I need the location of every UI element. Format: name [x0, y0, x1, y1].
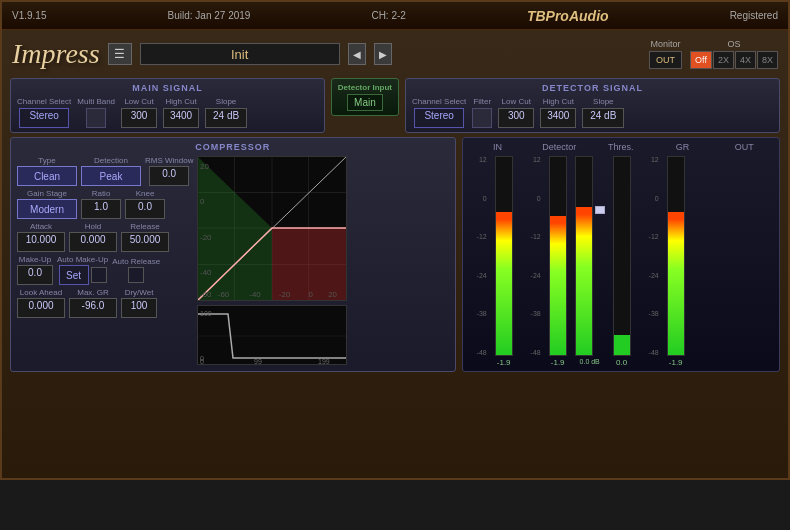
rms-window-value[interactable]: 0.0	[149, 166, 189, 186]
top-bar: V1.9.15 Build: Jan 27 2019 CH: 2-2 TBPro…	[2, 2, 788, 30]
brand-text: TBProAudio	[527, 8, 609, 24]
envelope-graph[interactable]: 100 0 0 99 199	[197, 305, 347, 365]
det-lowcut-group: Low Cut 300	[498, 97, 534, 128]
svg-text:20: 20	[329, 290, 338, 299]
svg-text:-40: -40	[200, 268, 212, 277]
main-slope-group: Slope 24 dB	[205, 97, 247, 128]
monitor-button[interactable]: OUT	[649, 51, 682, 69]
main-lowcut-label: Low Cut	[124, 97, 153, 106]
build-text: Build: Jan 27 2019	[168, 10, 251, 21]
meter-out: -1.9	[661, 156, 691, 367]
auto-makeup-controls: Set	[59, 265, 107, 285]
main-lowcut-value[interactable]: 300	[121, 108, 157, 128]
svg-text:-20: -20	[200, 233, 212, 242]
max-gr-value[interactable]: -96.0	[69, 298, 117, 318]
attack-label: Attack	[30, 222, 52, 231]
makeup-row: Make-Up 0.0 Auto Make-Up Set	[17, 255, 193, 285]
dry-wet-value[interactable]: 100	[121, 298, 157, 318]
svg-rect-19	[198, 306, 347, 365]
os-4x-button[interactable]: 4X	[735, 51, 756, 69]
hold-group: Hold 0.000	[69, 222, 117, 252]
meter-thres-group: 0.0 dB	[575, 156, 605, 365]
meter-out-fill	[668, 212, 684, 355]
det-lowcut-value[interactable]: 300	[498, 108, 534, 128]
main-highcut-value[interactable]: 3400	[163, 108, 199, 128]
release-group: Release 50.000	[121, 222, 169, 252]
det-channel-select[interactable]: Stereo	[414, 108, 464, 128]
next-preset-button[interactable]: ▶	[374, 43, 392, 65]
lookahead-label: Look Ahead	[20, 288, 62, 297]
prev-preset-button[interactable]: ◀	[348, 43, 366, 65]
knee-value[interactable]: 0.0	[125, 199, 165, 219]
main-signal-title: MAIN SIGNAL	[17, 83, 318, 93]
gain-stage-button[interactable]: Modern	[17, 199, 77, 219]
type-button[interactable]: Clean	[17, 166, 77, 186]
hold-value[interactable]: 0.000	[69, 232, 117, 252]
menu-button[interactable]: ☰	[108, 43, 132, 65]
preset-name: Init	[140, 43, 340, 65]
os-2x-button[interactable]: 2X	[713, 51, 734, 69]
det-slope-value[interactable]: 24 dB	[582, 108, 624, 128]
os-off-button[interactable]: Off	[690, 51, 712, 69]
detection-group: Detection Peak	[81, 156, 141, 186]
meter-in-visual	[495, 156, 513, 356]
thres-slider-thumb[interactable]	[595, 206, 605, 214]
type-label: Type	[38, 156, 55, 165]
main-multiband-group: Multi Band	[77, 97, 115, 128]
ratio-label: Ratio	[92, 189, 111, 198]
auto-release-checkbox[interactable]	[128, 267, 144, 283]
status-text: Registered	[730, 10, 778, 21]
compressor-section: COMPRESSOR Type Clean Detection Pe	[10, 137, 456, 372]
detection-button[interactable]: Peak	[81, 166, 141, 186]
meter-gr-fill	[614, 335, 630, 355]
os-8x-button[interactable]: 8X	[757, 51, 778, 69]
lookahead-group: Look Ahead 0.000	[17, 288, 65, 318]
svg-text:0: 0	[200, 197, 205, 206]
main-slope-value[interactable]: 24 dB	[205, 108, 247, 128]
makeup-group: Make-Up 0.0	[17, 255, 53, 285]
det-highcut-value[interactable]: 3400	[540, 108, 576, 128]
svg-text:-20: -20	[279, 290, 291, 299]
ratio-value[interactable]: 1.0	[81, 199, 121, 219]
lookahead-value[interactable]: 0.000	[17, 298, 65, 318]
attack-hold-release-row: Attack 10.000 Hold 0.000 Release 50.000	[17, 222, 193, 252]
compressor-row: COMPRESSOR Type Clean Detection Pe	[10, 137, 780, 372]
knee-group: Knee 0.0	[125, 189, 165, 219]
detector-signal-controls: Channel Select Stereo Filter Low Cut 300…	[412, 97, 773, 128]
detector-input-label: Detector Input	[338, 83, 392, 92]
auto-makeup-set-button[interactable]: Set	[59, 265, 89, 285]
version-text: V1.9.15	[12, 10, 46, 21]
scale-col-2: 12 0 -12 -24 -38 -48	[521, 156, 541, 356]
det-filter-button[interactable]	[472, 108, 492, 128]
compressor-graph[interactable]: 20 0 -20 -40 -60 -60 -40 -20 0 20	[197, 156, 347, 301]
rms-window-group: RMS Window 0.0	[145, 156, 193, 186]
detector-input-value[interactable]: Main	[347, 94, 383, 111]
makeup-label: Make-Up	[19, 255, 51, 264]
lookahead-row: Look Ahead 0.000 Max. GR -96.0 Dry/Wet 1…	[17, 288, 193, 318]
auto-makeup-checkbox[interactable]	[91, 267, 107, 283]
meters-body: 12 0 -12 -24 -38 -48 -1.9	[467, 156, 775, 367]
main-channel-select[interactable]: Stereo	[19, 108, 69, 128]
meter-in-label: IN	[480, 142, 516, 152]
meter-in-value: -1.9	[497, 358, 511, 367]
detector-signal-title: DETECTOR SIGNAL	[412, 83, 773, 93]
dry-wet-group: Dry/Wet 100	[121, 288, 157, 318]
meter-detector-fill	[550, 216, 566, 355]
max-gr-label: Max. GR	[77, 288, 109, 297]
det-filter-group: Filter	[472, 97, 492, 128]
attack-value[interactable]: 10.000	[17, 232, 65, 252]
main-content: MAIN SIGNAL Channel Select Stereo Multi …	[2, 78, 788, 376]
type-group: Type Clean	[17, 156, 77, 186]
signal-row: MAIN SIGNAL Channel Select Stereo Multi …	[10, 78, 780, 133]
svg-text:-40: -40	[250, 290, 262, 299]
meter-in: -1.9	[489, 156, 519, 367]
release-value[interactable]: 50.000	[121, 232, 169, 252]
auto-makeup-label: Auto Make-Up	[57, 255, 108, 264]
scale-col-left: 12 0 -12 -24 -38 -48	[467, 156, 487, 356]
main-multiband-button[interactable]	[86, 108, 106, 128]
monitor-group: Monitor OUT	[649, 39, 682, 69]
makeup-value[interactable]: 0.0	[17, 265, 53, 285]
os-group: OS Off 2X 4X 8X	[690, 39, 778, 69]
detection-label: Detection	[94, 156, 128, 165]
channels-text: CH: 2-2	[371, 10, 405, 21]
